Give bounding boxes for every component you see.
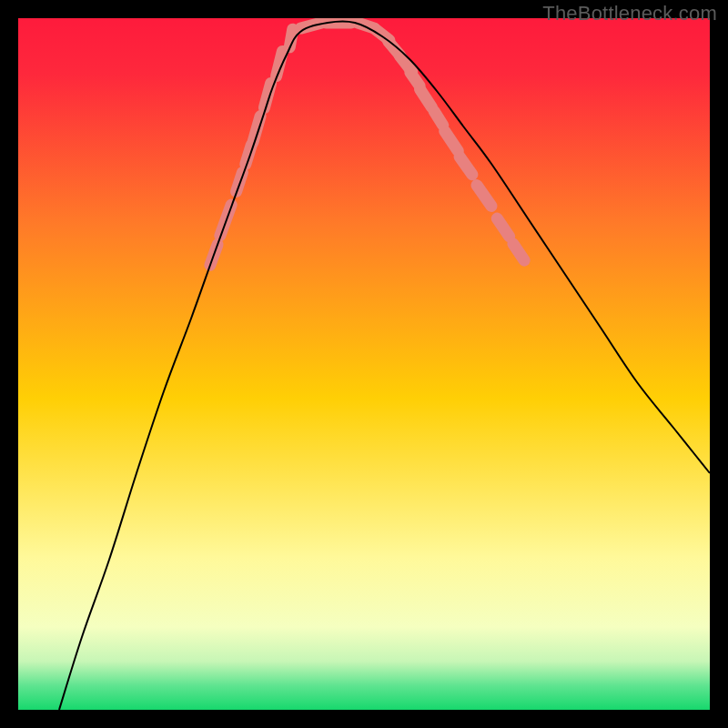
curve-marker — [497, 218, 509, 237]
curve-layer — [18, 18, 710, 710]
curve-marker — [420, 89, 431, 107]
plot-inner — [18, 18, 710, 710]
bottleneck-curve — [59, 21, 710, 710]
curve-marker — [477, 186, 491, 207]
curve-marker — [513, 244, 524, 260]
curve-marker — [434, 111, 443, 125]
curve-marker — [445, 131, 459, 151]
watermark-text: TheBottleneck.com — [542, 2, 717, 25]
outer-black-frame — [18, 18, 710, 710]
curve-marker — [460, 157, 472, 175]
